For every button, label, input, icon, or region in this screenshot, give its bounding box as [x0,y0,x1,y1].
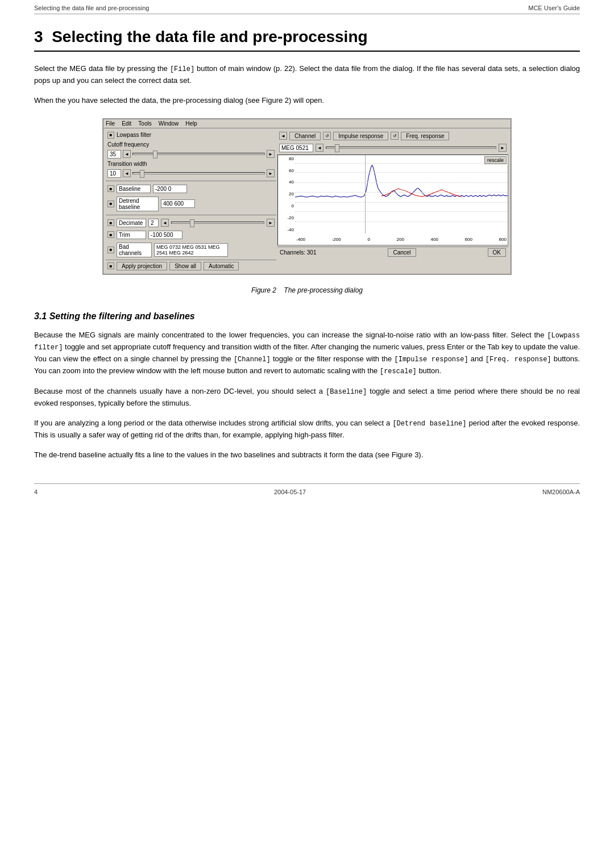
decimate-row: ■ Decimate 2 ◄ ► [106,218,276,228]
transition-slider[interactable] [132,172,265,174]
chart-area: 80 60 40 20 0 -20 -40 [277,155,508,245]
detrend-label[interactable]: Detrend baseline [117,197,159,211]
impulse-button[interactable]: Impulse response [333,132,388,140]
lowpass-toggle[interactable]: ■ [107,132,114,139]
trim-label[interactable]: Trim [117,231,146,239]
transition-input[interactable]: 10 [107,169,121,178]
body-para1: Select the MEG data file by pressing the… [34,63,580,87]
decimate-arrow-left[interactable]: ◄ [161,219,169,227]
baseline-toggle[interactable]: ■ [107,185,114,192]
rescale-button[interactable]: rescale [484,156,507,164]
apply-projection-button[interactable]: Apply projection [117,262,167,270]
y-axis: 80 60 40 20 0 -20 -40 [278,155,295,233]
bad-channels-toggle[interactable]: ■ [107,247,114,253]
meg-next-btn[interactable]: ► [499,144,507,152]
footer-page: 4 [34,489,38,495]
x-axis: -400 -200 0 200 400 600 800 [295,235,508,245]
menu-edit[interactable]: Edit [122,120,131,127]
cutoff-slider-row: 35 ◄ ► [106,149,276,159]
menu-tools[interactable]: Tools [138,120,151,127]
automatic-button[interactable]: Automatic [204,262,239,270]
chapter-title: 3 Selecting the data file and pre-proces… [34,28,580,52]
detrend-row: ■ Detrend baseline 400 600 [106,195,276,212]
channels-count: Channels: 301 [280,249,317,256]
decimate-toggle[interactable]: ■ [107,219,114,226]
cancel-button[interactable]: Cancel [388,248,416,257]
baseline-value[interactable]: -200 0 [153,185,187,193]
grid-line [295,222,508,222]
meg-prev-btn[interactable]: ◄ [316,144,323,152]
footer-date: 2004-05-17 [274,489,306,495]
channel-bar: ◄ Channel ↺ Impulse response ↺ Freq. res… [277,131,508,141]
menu-help[interactable]: Help [185,120,197,127]
impulse-arrow[interactable]: ↺ [323,132,331,140]
baseline-label[interactable]: Baseline [117,185,151,193]
cutoff-slider[interactable] [132,153,265,155]
channels-ok-row: Channels: 301 Cancel OK [277,247,508,258]
menu-window[interactable]: Window [159,120,179,127]
meg-channel-row: MEG 0521 ◄ ► [277,143,508,153]
freq-button[interactable]: Freq. response [401,132,449,140]
figure-2: File Edit Tools Window Help ■ Lowpass fi… [102,118,512,275]
transition-arrow-right[interactable]: ► [267,169,275,177]
header-right: MCE User's Guide [528,5,580,11]
bad-channels-value[interactable]: MEG 0732 MEG 0531 MEG 2541 MEG 2642 [154,243,228,257]
transition-slider-row: 10 ◄ ► [106,169,276,178]
lowpass-label: Lowpass filter [117,132,151,138]
cutoff-input[interactable]: 35 [107,150,121,158]
trim-value[interactable]: -100 500 [148,231,182,239]
header-left: Selecting the data file and pre-processi… [34,5,149,11]
center-vline [365,155,366,233]
ok-button[interactable]: OK [488,248,506,257]
meg-channel-input[interactable]: MEG 0521 [279,144,313,152]
section-3-1-heading: 3.1 Setting the filtering and baselines [34,311,580,322]
body-para2: When the you have selected the data, the… [34,95,580,107]
prev-channel-arrow[interactable]: ◄ [279,132,287,140]
bad-channels-row: ■ Bad channels MEG 0732 MEG 0531 MEG 254… [106,241,276,258]
decimate-arrow-right[interactable]: ► [267,219,275,227]
show-all-button[interactable]: Show all [169,262,201,270]
channel-button[interactable]: Channel [289,132,321,140]
dialog-menubar: File Edit Tools Window Help [103,119,511,128]
trim-row: ■ Trim -100 500 [106,229,276,240]
menu-file[interactable]: File [106,120,115,127]
decimate-label[interactable]: Decimate [117,219,146,227]
transition-label: Transition width [106,160,276,168]
chart-plot: rescale [295,155,508,233]
figure-caption: Figure 2 The pre-processing dialog [34,286,580,294]
bottom-buttons-row: ■ Apply projection Show all Automatic [106,260,276,272]
page-header: Selecting the data file and pre-processi… [34,0,580,14]
section-3-1-para4: The de-trend baseline actually fits a li… [34,449,580,461]
section-3-1-para2: Because most of the channels usually hav… [34,386,580,410]
grid-line [295,202,508,203]
dialog-body: ■ Lowpass filter Cutoff frequency 35 ◄ ► [103,128,511,274]
section-3-1-para3: If you are analyzing a long period or th… [34,418,580,441]
cutoff-label: Cutoff frequency [106,141,276,148]
grid-line [295,211,508,212]
meg-slider[interactable] [326,147,496,149]
decimate-value[interactable]: 2 [148,219,159,227]
grid-line [295,163,508,164]
bad-channels-label[interactable]: Bad channels [117,243,152,257]
decimate-slider[interactable] [171,222,264,224]
trim-toggle[interactable]: ■ [107,231,114,238]
page-footer: 4 2004-05-17 NM20600A-A [34,483,580,498]
lowpass-row: ■ Lowpass filter [106,131,276,140]
grid-line [295,182,508,183]
baseline-row: ■ Baseline -200 0 [106,183,276,194]
dialog-left-panel: ■ Lowpass filter Cutoff frequency 35 ◄ ► [106,131,276,272]
footer-doc-id: NM20600A-A [542,489,580,495]
detrend-toggle[interactable]: ■ [107,201,114,207]
grid-line [295,172,508,173]
section-3-1-para1: Because the MEG signals are mainly conce… [34,329,580,378]
grid-line [295,192,508,193]
transition-arrow-left[interactable]: ◄ [123,169,131,177]
dialog-sim: File Edit Tools Window Help ■ Lowpass fi… [103,119,511,274]
freq-arrow[interactable]: ↺ [391,132,399,140]
cutoff-arrow-left[interactable]: ◄ [123,150,131,158]
cutoff-arrow-right[interactable]: ► [267,150,275,158]
dialog-right-panel: ◄ Channel ↺ Impulse response ↺ Freq. res… [277,131,508,272]
detrend-value[interactable]: 400 600 [161,199,195,208]
apply-projection-toggle[interactable]: ■ [107,262,114,269]
